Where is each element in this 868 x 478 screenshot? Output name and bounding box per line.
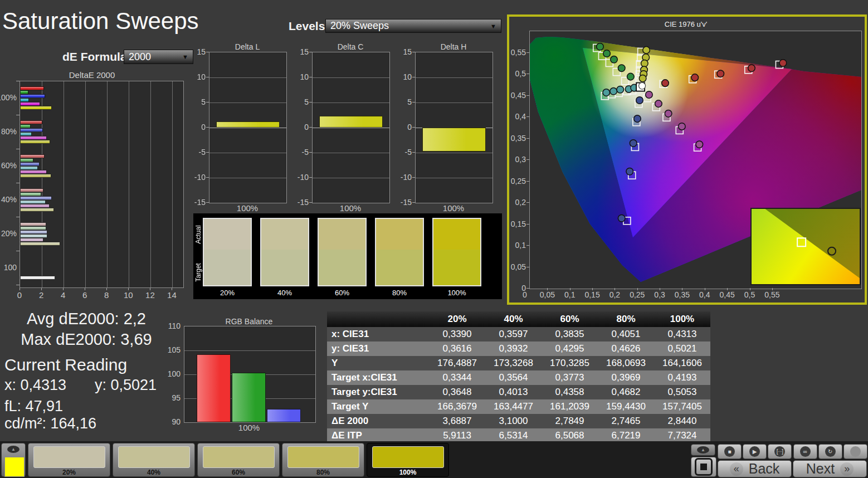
y-axis-label: 110 bbox=[162, 321, 181, 330]
measured-point-yellow bbox=[641, 60, 648, 67]
back-button[interactable]: «Back bbox=[718, 460, 792, 477]
delta-l-title: Delta L bbox=[235, 42, 260, 51]
gridline bbox=[416, 103, 492, 103]
cell-value: 164,1606 bbox=[654, 356, 710, 370]
infinity-button[interactable]: ∞ bbox=[793, 444, 817, 459]
measured-point-magenta bbox=[646, 91, 653, 99]
swatch-compare-100% bbox=[432, 218, 481, 286]
cie-x-tick bbox=[727, 288, 728, 290]
y-axis-label: 40% bbox=[0, 195, 17, 204]
stop-icon: ■ bbox=[724, 446, 735, 457]
y-axis-label: -10 bbox=[392, 173, 412, 182]
y-axis-tick bbox=[206, 152, 209, 153]
white-point-measured bbox=[639, 82, 646, 89]
cie-y-label: 0,2 bbox=[501, 198, 526, 207]
rgb-bar-red bbox=[197, 354, 231, 422]
gridline bbox=[313, 153, 389, 153]
y-axis-label: 0 bbox=[289, 123, 309, 131]
rgb-xlabel: 100% bbox=[232, 423, 266, 432]
x-axis-label: 4 bbox=[56, 291, 70, 300]
y-axis-label: 5 bbox=[186, 97, 206, 106]
measured-point-magenta bbox=[696, 141, 703, 148]
cie-y-tick bbox=[526, 224, 529, 225]
patch-swatch bbox=[118, 446, 190, 468]
gridline bbox=[42, 81, 42, 287]
y-axis-label: 60% bbox=[0, 161, 17, 170]
cie-y-tick bbox=[526, 288, 529, 289]
y-axis-label: -15 bbox=[186, 198, 206, 207]
y-axis-tick bbox=[412, 152, 415, 153]
expand-controls-button[interactable]: ▲ bbox=[691, 444, 715, 456]
gridline bbox=[416, 178, 492, 178]
cie-title: CIE 1976 u'v' bbox=[665, 20, 708, 28]
y-axis-label: -10 bbox=[289, 173, 309, 182]
table-column-header bbox=[327, 311, 429, 327]
y-axis-tick bbox=[16, 183, 19, 183]
y-axis-tick bbox=[206, 52, 209, 52]
stop-button[interactable]: ■ bbox=[718, 444, 742, 459]
empty-icon bbox=[850, 446, 861, 457]
row-label: x: CIE31 bbox=[327, 327, 429, 342]
actual-swatch bbox=[376, 219, 423, 250]
cie-x-tick bbox=[592, 288, 593, 290]
y-axis-tick bbox=[206, 77, 209, 77]
table-column-header: 40% bbox=[485, 311, 542, 327]
deltae-bar bbox=[20, 98, 29, 102]
cell-value: 0,3597 bbox=[485, 327, 542, 342]
rgb-bar-green bbox=[232, 373, 266, 422]
current-reading-label: Current Reading bbox=[4, 355, 127, 374]
measured-point-blue bbox=[618, 214, 625, 222]
deltae-chart-title: DeltaE 2000 bbox=[69, 70, 115, 80]
deltae-bar bbox=[20, 238, 43, 242]
measured-point-red bbox=[717, 70, 724, 77]
swatch-compare-40% bbox=[260, 218, 309, 286]
patch-button-80%[interactable]: 80% bbox=[282, 443, 364, 477]
gridline bbox=[313, 103, 389, 103]
cell-value: 0,5021 bbox=[654, 342, 710, 356]
stop-measurement-button[interactable] bbox=[691, 457, 716, 477]
deltae-bar bbox=[20, 188, 43, 192]
x-axis-label: 6 bbox=[78, 291, 91, 300]
cie-chromaticity-svg bbox=[530, 31, 861, 289]
x-axis-label: 14 bbox=[165, 291, 178, 300]
cell-value: 173,3268 bbox=[485, 356, 542, 370]
target-swatch bbox=[204, 250, 251, 285]
play-button[interactable]: ▶ bbox=[743, 444, 767, 459]
rgb-balance-title: RGB Balance bbox=[226, 317, 273, 326]
patch-button-60%[interactable]: 60% bbox=[197, 443, 280, 477]
cell-value: 2,7849 bbox=[542, 414, 598, 428]
y-axis-tick bbox=[16, 81, 19, 81]
cie-y-label: 0,55 bbox=[501, 48, 526, 57]
y-axis-tick bbox=[16, 115, 19, 115]
delta-bar bbox=[319, 116, 383, 128]
delta-c-title: Delta C bbox=[338, 42, 364, 51]
y-axis-tick bbox=[412, 102, 415, 103]
swatch-label: 60% bbox=[318, 289, 367, 297]
cie-y-tick bbox=[526, 159, 529, 160]
play-icon: ▶ bbox=[749, 446, 760, 457]
deltae-bar bbox=[20, 192, 41, 196]
current-fl: fL: 47,91 bbox=[4, 398, 63, 415]
pattern-button[interactable]: [··] bbox=[768, 444, 792, 459]
app-window: Saturation Sweeps dE Formula: 2000 ▼ Lev… bbox=[0, 0, 868, 478]
patch-button-100%[interactable]: 100% bbox=[367, 443, 449, 477]
next-chevron-icon: » bbox=[840, 462, 854, 476]
x-axis-label: 10 bbox=[121, 291, 135, 300]
expand-up-icon[interactable]: ▲ bbox=[7, 446, 19, 453]
measured-point-green bbox=[603, 50, 611, 57]
levels-dropdown[interactable]: 20% Sweeps ▼ bbox=[325, 19, 501, 33]
next-button[interactable]: Next» bbox=[793, 460, 867, 477]
measured-point-cyan bbox=[603, 89, 610, 96]
y-axis-label: -5 bbox=[392, 148, 412, 157]
empty-button[interactable] bbox=[843, 444, 867, 459]
cie-plot bbox=[529, 31, 862, 289]
patch-button-40%[interactable]: 40% bbox=[113, 443, 195, 477]
deltae-bar bbox=[20, 120, 42, 124]
patch-button-20%[interactable]: 20% bbox=[28, 443, 110, 477]
measured-point-blue bbox=[630, 140, 637, 147]
gridline bbox=[150, 81, 151, 287]
de-formula-dropdown[interactable]: 2000 ▼ bbox=[124, 50, 193, 64]
refresh-button[interactable]: ↻ bbox=[818, 444, 842, 459]
deltae-bar bbox=[20, 158, 33, 162]
y-axis-label: 100 bbox=[0, 263, 17, 272]
